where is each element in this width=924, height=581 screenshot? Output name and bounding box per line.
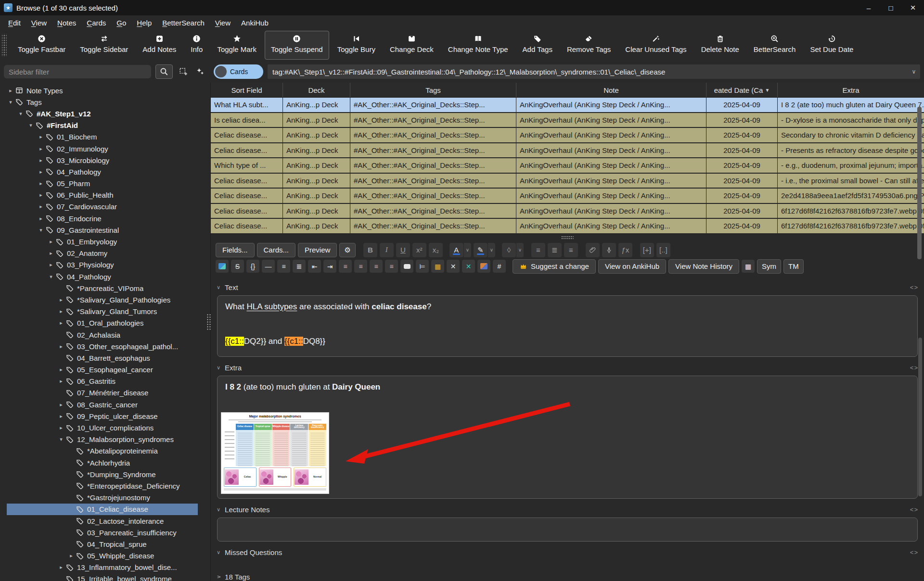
tree-arrow-right-icon[interactable]: ▸ [57,413,65,419]
menu-go[interactable]: Go [111,19,131,27]
tool-change-note-type[interactable]: Change Note Type [442,31,514,60]
text-color-button[interactable]: A [449,243,463,257]
tree-arrow-right-icon[interactable]: ▸ [57,425,65,431]
table-row-6[interactable]: Celiac disease...AnKing...p Deck#AK_Othe… [211,174,924,189]
bold-button[interactable]: B [363,243,377,257]
column-header-extra[interactable]: Extra [778,83,924,97]
editor-button-cards[interactable]: Cards... [257,243,296,257]
field-header-extra[interactable]: ∨Extra<> [211,361,924,375]
sidebar-item-12-malabsorption-syndromes[interactable]: ▾12_Malabsorption_syndromes [0,434,210,445]
editor-button-preview[interactable]: Preview [298,243,337,257]
close-button[interactable]: × [902,0,924,15]
sidebar-splitter-handle[interactable] [206,314,211,331]
menu-view[interactable]: View [210,19,236,27]
tree-arrow-right-icon[interactable]: ▸ [57,378,65,384]
sparkles-button[interactable] [194,64,206,79]
minimize-button[interactable]: – [858,0,880,15]
tree-arrow-down-icon[interactable]: ▾ [37,227,45,233]
italic-button[interactable]: I [380,243,394,257]
tool-clear-unused-tags[interactable]: Clear Unused Tags [619,31,693,60]
shuffle-button[interactable]: ✕ [447,260,460,273]
sidebar-item-salivary-gland-pathologies[interactable]: ▸*Salivary_Gland_Pathologies [0,294,210,305]
tree-arrow-right-icon[interactable]: ▸ [57,297,65,303]
sidebar-item-04-barrett-esophagus[interactable]: 04_Barrett_esophagus [0,352,210,364]
cards-notes-toggle[interactable]: Cards [214,64,263,79]
sidebar-item-08-gastric-cancer[interactable]: ▸08_Gastric_cancer [0,399,210,410]
sidebar-item-achlorhydria[interactable]: *Achlorhydria [0,457,210,468]
tree-arrow-right-icon[interactable]: ▸ [37,146,45,152]
tool-change-deck[interactable]: Change Deck [384,31,440,60]
sidebar-item-03-pancreatic-insufficiency[interactable]: 03_Pancreatic_insufficiency [0,527,210,538]
extra-field-editor[interactable]: I 8 2 (ate too) much gluten at Dairy Que… [217,376,918,499]
sidebar-filter-input[interactable] [4,65,151,78]
tree-arrow-right-icon[interactable]: ▸ [57,402,65,408]
search-button[interactable] [155,64,173,79]
tree-arrow-right-icon[interactable]: ▸ [37,180,45,187]
unordered-list-button[interactable]: ≡ [531,243,545,257]
column-header-eated-date-ca[interactable]: eated Date (Ca▼ [706,83,778,97]
button-view-on-ankihub[interactable]: View on AnkiHub [598,259,666,274]
block-indent-button[interactable]: ⊨ [416,260,429,273]
tree-arrow-right-icon[interactable]: ▸ [7,88,14,94]
sidebar-item-enteropeptidase-deficiency[interactable]: *Enteropeptidase_Deficiency [0,480,210,492]
column-header-note[interactable]: Note [516,83,706,97]
cloze-button[interactable]: [+] [640,243,654,257]
column-header-deck[interactable]: Deck [283,83,350,97]
menu-ankihub[interactable]: AnkiHub [236,19,274,27]
sidebar-item-06-public-health[interactable]: ▸06_Public_Health [0,189,210,201]
sidebar-item-09-gastrointestinal[interactable]: ▾09_Gastrointestinal [0,224,210,236]
tags-summary-row[interactable]: ∨ 18 Tags [211,568,924,581]
sidebar-item-03-physiology[interactable]: ▸03_Physiology [0,259,210,271]
text-field-editor[interactable]: What HLA subtypes are associated with ce… [217,295,918,357]
superscript-button[interactable]: x² [412,243,426,257]
sidebar-item-firstaid[interactable]: ▾#FirstAid [0,120,210,131]
sidebar-item-02-lactose-intolerance[interactable]: 02_Lactose_intolerance [0,515,210,527]
sidebar-item-ak-step1-v12[interactable]: ▾#AK_Step1_v12 [0,108,210,119]
tree-arrow-right-icon[interactable]: ▸ [37,157,45,164]
table-row-8[interactable]: Celiac disease...AnKing...p Deck#AK_Othe… [211,204,924,219]
strikethrough-button[interactable]: S [231,260,244,273]
tree-arrow-right-icon[interactable]: ▸ [37,215,45,222]
sidebar-item-10-ulcer-complications[interactable]: ▸10_Ulcer_complications [0,422,210,433]
text-color-chevron[interactable]: ∨ [464,243,471,257]
tree-arrow-right-icon[interactable]: ▸ [47,262,55,268]
tree-arrow-right-icon[interactable]: ▸ [37,134,45,140]
editor-scrollbar[interactable] [918,338,922,496]
cloze-same-button[interactable]: [..] [656,243,670,257]
remove-format-chevron[interactable]: ∨ [516,243,524,257]
sidebar-item-03-microbiology[interactable]: ▸03_Microbiology [0,154,210,166]
tree-arrow-right-icon[interactable]: ▸ [57,343,65,350]
highlighter-chevron[interactable]: ∨ [488,243,495,257]
shuffle-alt-button[interactable]: ✕ [462,260,475,273]
sidebar-item-07-cardiovascular[interactable]: ▸07_Cardiovascular [0,201,210,213]
tree-arrow-right-icon[interactable]: ▸ [57,366,65,373]
field-header-missed-questions[interactable]: ∨Missed Questions<> [211,546,924,559]
sidebar-item-08-endocrine[interactable]: ▸08_Endocrine [0,213,210,224]
sidebar-item-04-tropical-sprue[interactable]: 04_Tropical_sprue [0,538,210,550]
subscript-button[interactable]: x₂ [429,243,443,257]
menu-help[interactable]: Help [131,19,157,27]
image-occlusion-button[interactable] [216,260,229,273]
sidebar-item-salivary-gland-tumors[interactable]: ▸*Salivary_Gland_Tumors [0,306,210,317]
toolbar-drag-handle[interactable] [2,34,7,57]
sidebar-item-note-types[interactable]: ▸Note Types [0,85,210,96]
button-view-note-history[interactable]: View Note History [668,259,739,274]
attach-button[interactable] [586,243,600,257]
tree-arrow-down-icon[interactable]: ▾ [7,99,14,105]
sidebar-item-07-m-n-trier-disease[interactable]: 07_Ménétrier_disease [0,387,210,399]
tree-arrow-right-icon[interactable]: ▸ [57,308,65,315]
sidebar-item-02-immunology[interactable]: ▸02_Immunology [0,143,210,154]
sidebar-item-05-esophageal-cancer[interactable]: ▸05_Esophageal_cancer [0,364,210,376]
tree-arrow-right-icon[interactable]: ▸ [37,169,45,175]
tree-arrow-right-icon[interactable]: ▸ [57,564,65,570]
sidebar-scrollbar[interactable] [917,107,922,259]
tree-arrow-down-icon[interactable]: ▾ [17,111,25,117]
tree-arrow-right-icon[interactable]: ▸ [67,553,75,559]
tree-arrow-right-icon[interactable]: ▸ [47,250,55,256]
tree-arrow-right-icon[interactable]: ▸ [57,320,65,326]
malabsorption-table-image[interactable]: Major malabsorption syndromesCeliac dise… [221,412,329,494]
sidebar-item-01-oral-pathologies[interactable]: ▸01_Oral_pathologies [0,317,210,329]
sidebar-item-01-biochem[interactable]: ▸01_Biochem [0,131,210,143]
table-editor-splitter[interactable] [211,234,924,241]
suggest-a-change-button[interactable]: Suggest a change [513,259,596,274]
